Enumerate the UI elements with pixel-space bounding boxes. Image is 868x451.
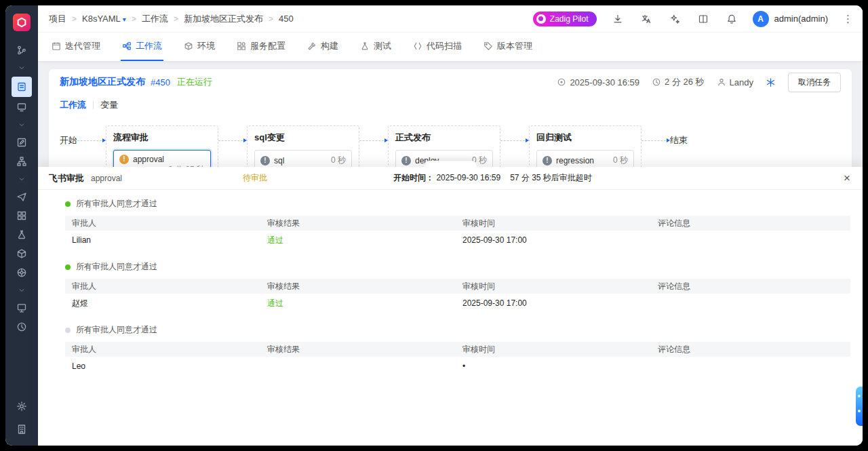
job-name: sql — [274, 156, 284, 165]
breadcrumb-workflows[interactable]: 工作流 — [126, 13, 168, 25]
tab-service-config[interactable]: 服务配置 — [235, 33, 287, 61]
pilot-float-button[interactable] — [856, 387, 863, 426]
columns-icon[interactable] — [696, 12, 711, 26]
navbar-actions: Zadig Pilot A admin(admin) ⋮ — [533, 11, 853, 27]
sidebar-item-workflow[interactable] — [12, 77, 32, 97]
stage-title: 流程审批 — [113, 132, 211, 144]
run-tab-variables[interactable]: 变量 — [100, 99, 118, 111]
sidebar-bottom — [12, 397, 32, 439]
tab-workflow[interactable]: 工作流 — [121, 33, 163, 61]
zadig-logo[interactable] — [13, 14, 31, 31]
approval-group: 所有审批人同意才通过 审批人 审核结果 审核时间 评论信息 赵煜 通过 2025… — [65, 261, 850, 313]
sidebar — [5, 5, 38, 446]
dag-end-node: 结束 — [670, 134, 688, 146]
run-number-link[interactable]: #450 — [151, 77, 170, 87]
gear-icon[interactable] — [12, 397, 32, 416]
approval-time: 2025-09-30 17:00 — [462, 298, 658, 308]
approval-job-name: approval — [91, 174, 122, 183]
table-header: 审批人 审核结果 审核时间 评论信息 — [65, 342, 850, 357]
app-window: ‹ 项目 K8sYAML▾ 工作流 新加坡地区正式发布 450 Zadig Pi… — [5, 5, 863, 446]
dag-connector — [359, 138, 388, 142]
approval-result: 通过 — [267, 235, 462, 246]
col-comment: 评论信息 — [658, 281, 850, 292]
approval-result: 通过 — [267, 298, 462, 309]
warning-icon: ! — [119, 155, 129, 164]
clock-icon[interactable] — [12, 317, 32, 336]
tab-build[interactable]: 构建 — [306, 33, 340, 61]
grid-icon[interactable] — [12, 206, 32, 225]
job-duration: 0 秒 — [331, 155, 346, 166]
divider — [93, 101, 94, 109]
approval-time: 2025-09-30 17:00 — [462, 235, 658, 245]
approval-rule: 所有审批人同意才通过 — [65, 324, 850, 336]
col-comment: 评论信息 — [658, 344, 850, 355]
close-icon[interactable]: × — [844, 172, 850, 184]
breadcrumb-projects[interactable]: 项目 — [49, 13, 66, 25]
start-time-meta: 2025-09-30 16:59 — [557, 77, 639, 87]
approval-rule: 所有审批人同意才通过 — [65, 198, 850, 210]
package-icon[interactable] — [12, 244, 32, 263]
dag-connector — [642, 138, 670, 142]
zadig-pilot-button[interactable]: Zadig Pilot — [533, 12, 597, 26]
pipeline-icon[interactable] — [12, 152, 32, 171]
display-icon[interactable] — [12, 298, 32, 317]
flask-icon[interactable] — [12, 225, 32, 244]
branch-icon[interactable] — [12, 41, 32, 60]
clock-icon — [652, 77, 661, 87]
col-time: 审核时间 — [462, 281, 658, 292]
tab-test[interactable]: 测试 — [359, 33, 393, 61]
run-status: 正在运行 — [177, 76, 212, 88]
col-result: 审核结果 — [267, 344, 462, 355]
run-tabs: 工作流 变量 — [60, 99, 841, 111]
chevron-down-icon[interactable] — [12, 282, 32, 298]
chevron-down-icon[interactable] — [12, 171, 32, 187]
more-vertical-icon[interactable]: ⋮ — [843, 13, 853, 25]
approval-timeout-text: 57 分 35 秒后审批超时 — [510, 172, 592, 184]
breadcrumb-task-id[interactable]: 450 — [263, 14, 294, 24]
workflow-name-link[interactable]: 新加坡地区正式发布 — [60, 76, 145, 88]
approver-name: Leo — [72, 361, 267, 371]
pending-icon: ! — [542, 156, 552, 165]
table-header: 审批人 审核结果 审核时间 评论信息 — [65, 216, 850, 231]
sparkles-icon[interactable] — [667, 12, 682, 26]
approver-name: 赵煜 — [72, 298, 267, 309]
tab-environment[interactable]: 环境 — [182, 33, 216, 61]
col-result: 审核结果 — [267, 218, 462, 229]
breadcrumb-workflow-name[interactable]: 新加坡地区正式发布 — [168, 13, 263, 25]
tab-release[interactable]: 版本管理 — [482, 33, 534, 61]
job-name: approval — [133, 155, 164, 164]
send-icon[interactable] — [12, 187, 32, 206]
dag-connector — [500, 138, 529, 142]
monitor-icon[interactable] — [12, 98, 32, 117]
edit-icon[interactable] — [12, 133, 32, 152]
table-header: 审批人 审核结果 审核时间 评论信息 — [65, 279, 850, 294]
approval-start-time: 开始时间： 2025-09-30 16:59 — [393, 172, 500, 184]
download-icon[interactable] — [610, 12, 625, 26]
user-icon — [717, 77, 726, 87]
breadcrumb-project-name[interactable]: K8sYAML▾ — [66, 14, 126, 24]
translate-icon[interactable] — [639, 12, 654, 26]
chevron-down-icon[interactable] — [12, 60, 32, 76]
col-comment: 评论信息 — [658, 218, 850, 229]
tab-iteration[interactable]: 迭代管理 — [50, 33, 102, 61]
status-dot-pending — [65, 328, 71, 333]
stage-title: sql变更 — [254, 132, 352, 144]
approval-group: 所有审批人同意才通过 审批人 审核结果 审核时间 评论信息 Leo • — [65, 324, 850, 376]
col-result: 审核结果 — [267, 281, 462, 292]
chevron-down-icon[interactable] — [12, 117, 32, 133]
col-approver: 审批人 — [72, 218, 267, 229]
tab-code-scan[interactable]: 代码扫描 — [412, 33, 463, 61]
cancel-task-button[interactable]: 取消任务 — [788, 73, 841, 92]
run-tab-workflow[interactable]: 工作流 — [60, 99, 86, 111]
user-menu[interactable]: A admin(admin) — [753, 11, 828, 27]
bell-icon[interactable] — [724, 12, 739, 26]
snowflake-icon[interactable] — [766, 77, 776, 87]
building-icon[interactable] — [12, 420, 32, 439]
job-duration: 0 秒 — [613, 155, 628, 166]
helm-icon[interactable] — [12, 263, 32, 282]
username: admin(admin) — [774, 14, 828, 24]
dag-start-node: 开始 — [60, 134, 77, 146]
table-row: 赵煜 通过 2025-09-30 17:00 — [65, 294, 850, 313]
panel-header: 飞书审批 approval 待审批 开始时间： 2025-09-30 16:59… — [38, 167, 863, 190]
pilot-logo-icon — [536, 14, 546, 24]
